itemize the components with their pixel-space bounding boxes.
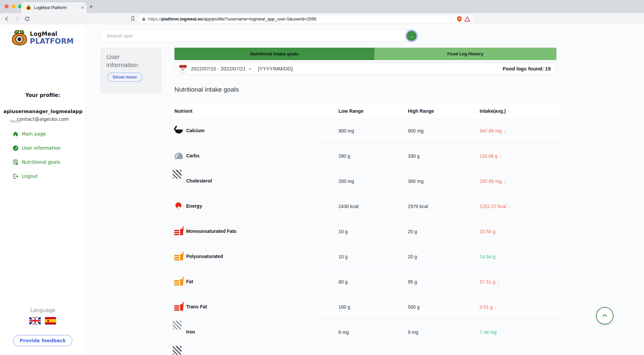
search-input[interactable]	[106, 33, 407, 39]
low-range-value: 6 mg	[338, 329, 349, 335]
high-range-value: 2970 kcal	[408, 204, 428, 209]
intake-value: 116.06 g↓	[480, 153, 502, 159]
low-range-value: 10 g	[338, 229, 347, 234]
low-range-value: 10 g	[338, 254, 347, 259]
low-range-value: 2430 kcal	[338, 204, 359, 209]
nutrient-icon	[173, 170, 181, 179]
browser-tab-bar: LogMeal Platform × +	[0, 0, 644, 13]
app-page: LogMeal PLATFORM Your profile: apiuserma…	[0, 24, 644, 355]
tab-title: LogMeal Platform	[34, 5, 79, 10]
nutrient-name: Energy	[186, 203, 202, 209]
scroll-to-top-button[interactable]	[596, 307, 613, 324]
low-range-value: 80 g	[338, 279, 347, 285]
trend-arrow-icon: ↑	[497, 229, 500, 234]
table-row[interactable]: Monounsaturated Fats 10 g 20 g 22.50 g↑	[171, 219, 560, 244]
brand-platform: PLATFORM	[30, 37, 74, 45]
url-scheme: https://	[148, 16, 161, 21]
english-flag-button[interactable]	[30, 317, 41, 324]
nutrient-icon	[173, 125, 185, 136]
high-range-value: 9 mg	[408, 329, 418, 335]
table-row[interactable]: Cholesterol 200 mg 300 mg 182.85 mg↓	[171, 168, 560, 194]
section-title: Nutritional intake goals	[174, 86, 239, 93]
brave-shield-icon[interactable]	[457, 16, 462, 22]
high-range-value: 95 g	[408, 279, 417, 285]
trend-arrow-icon: ↓	[497, 280, 500, 285]
nutrient-name: Fat	[186, 279, 193, 284]
tab-food-log-history[interactable]: Food Log History	[374, 48, 556, 60]
table-row[interactable]: Fat 80 g 95 g 57.51 g↓	[171, 269, 560, 294]
lock-icon	[142, 17, 146, 21]
intake-value: 1251.57 kcal↓	[480, 204, 511, 209]
intake-amount: 547.85 mg	[480, 128, 502, 134]
table-row[interactable]: Calcium 900 mg 900 mg 547.85 mg↓	[171, 118, 560, 143]
intake-value: 547.85 mg↓	[480, 128, 506, 134]
chevron-down-icon[interactable]: ▾	[249, 67, 251, 71]
spanish-flag-button[interactable]	[45, 317, 56, 324]
reload-button[interactable]	[23, 16, 32, 22]
provide-feedback-button[interactable]: Provide feedback	[13, 335, 72, 346]
intake-value: 14.54 g	[480, 254, 497, 259]
nutrient-name: Monounsaturated Fats	[186, 229, 236, 234]
sidebar-item-main-page[interactable]: Main page	[0, 129, 86, 139]
forward-button[interactable]	[13, 16, 21, 22]
table-row[interactable]: Carbs 280 g 330 g 116.06 g↓	[171, 143, 560, 168]
nutrient-name: Polyunsaturated	[186, 254, 223, 259]
date-range-bar: 17 2022/07/15 - 2022/07/21 ▾ [YYYY/MM/DD…	[174, 62, 556, 75]
food-logs-found: Food logs found: 15	[503, 66, 551, 71]
search-submit-button[interactable]: →	[407, 31, 417, 41]
close-window-button[interactable]	[5, 4, 9, 8]
table-row-partial	[171, 345, 560, 355]
table-row[interactable]: Energy 2430 kcal 2970 kcal 1251.57 kcal↓	[171, 194, 560, 219]
table-row[interactable]: Iron 6 mg 9 mg 7.48 mg	[171, 319, 560, 345]
url-host: platform.logmeal.es	[161, 16, 203, 21]
close-tab-icon[interactable]: ×	[81, 5, 84, 10]
nutrient-name: Trans Fat	[186, 304, 207, 309]
user-card-title: User information	[106, 53, 147, 69]
profile-username: apiusermanager_logmealapp	[0, 109, 88, 114]
language-label: Language	[0, 307, 86, 313]
table-row[interactable]: Polyunsaturated 10 g 20 g 14.54 g	[171, 244, 560, 269]
date-format-hint: [YYYY/MM/DD]	[258, 66, 292, 71]
high-range-value: 20 g	[408, 229, 417, 234]
intake-value: 57.51 g↓	[480, 279, 499, 285]
date-range-value[interactable]: 2022/07/15 - 2022/07/21	[191, 66, 246, 71]
browser-tab[interactable]: LogMeal Platform ×	[21, 2, 87, 13]
brave-rewards-icon[interactable]	[464, 16, 470, 22]
col-low-range: Low Range	[338, 108, 364, 114]
logmeal-logo-icon	[12, 29, 27, 47]
search-bar[interactable]: →	[99, 30, 418, 42]
table-row[interactable]: Trans Fat 100 g 500 g 0.51 g↓	[171, 294, 560, 319]
intake-value: 22.50 g↑	[480, 229, 499, 234]
window-controls[interactable]	[5, 4, 22, 8]
nutrition-table: Nutrient Low Range High Range Intake(avg…	[171, 104, 560, 355]
show-more-button[interactable]: Show more	[107, 72, 143, 82]
address-bar[interactable]: https://platform.logmeal.es/app/profile/…	[138, 15, 474, 23]
nutrient-icon	[173, 226, 185, 237]
table-body: Calcium 900 mg 900 mg 547.85 mg↓ Carbs 2…	[171, 118, 560, 345]
intake-amount: 182.85 mg	[480, 179, 502, 184]
intake-value: 0.51 g↓	[480, 304, 497, 310]
trend-arrow-icon: ↓	[504, 129, 506, 134]
logout-icon	[12, 173, 19, 180]
trend-arrow-icon: ↓	[504, 179, 506, 184]
low-range-value: 280 g	[338, 153, 350, 159]
high-range-value: 20 g	[408, 254, 417, 259]
bookmark-icon[interactable]	[130, 15, 136, 23]
tab-nutritional-intake-goals[interactable]: Nutritional intake goals	[174, 48, 374, 60]
main-content: → User information Show more Nutritional…	[86, 24, 644, 355]
addressbar-divider	[451, 16, 451, 22]
sidebar-item-nutritional-goals[interactable]: Nutritional goals	[0, 157, 86, 167]
new-tab-button[interactable]: +	[89, 3, 93, 10]
sidebar-item-user-information[interactable]: User information	[0, 143, 86, 153]
profile-label: Your profile:	[0, 92, 86, 98]
calendar-icon[interactable]: 17	[179, 65, 187, 72]
high-range-value: 300 mg	[408, 179, 424, 184]
back-button[interactable]	[3, 16, 11, 22]
high-range-value: 330 g	[408, 153, 420, 159]
high-range-value: 500 g	[408, 304, 420, 310]
logmeal-logo: LogMeal PLATFORM	[0, 29, 86, 47]
col-intake: Intake(avg.)	[480, 108, 506, 114]
user-information-card: User information Show more	[101, 48, 161, 94]
minimize-window-button[interactable]	[11, 4, 15, 8]
sidebar-item-logout[interactable]: Logout	[0, 171, 86, 181]
